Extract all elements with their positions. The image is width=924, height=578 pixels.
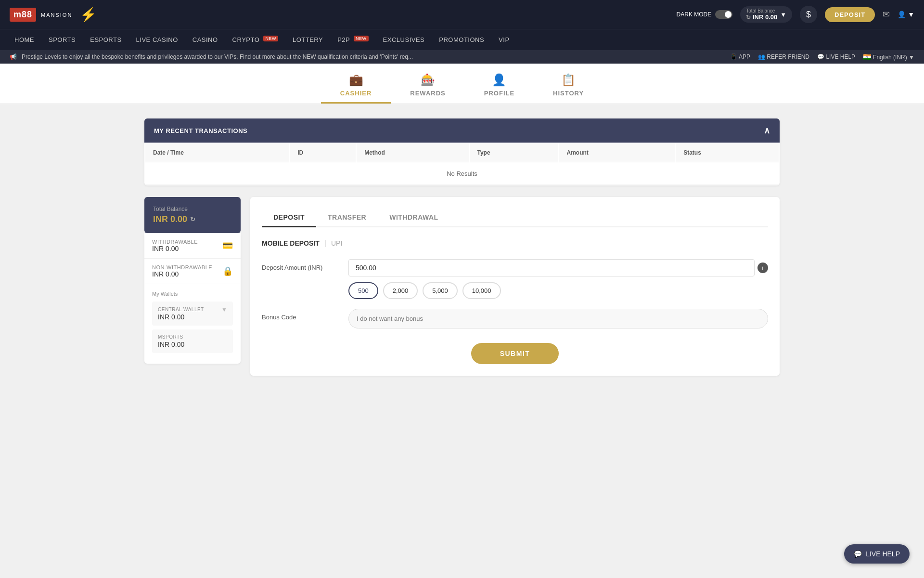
profile-icon: 👤 bbox=[492, 73, 506, 87]
live-help-button[interactable]: 💬 LIVE HELP bbox=[844, 544, 910, 564]
dark-mode-label: DARK MODE bbox=[677, 11, 712, 18]
method-separator: | bbox=[324, 239, 326, 248]
right-panel: DEPOSIT TRANSFER WITHDRAWAL MOBILE DEPOS… bbox=[250, 197, 780, 376]
transactions-table: Date / Time ID Method Type Amount Status… bbox=[144, 143, 780, 185]
nav-lottery[interactable]: LOTTERY bbox=[293, 36, 323, 43]
tab-cashier[interactable]: 💼 CASHIER bbox=[321, 68, 391, 104]
deposit-method: MOBILE DEPOSIT | UPI bbox=[262, 239, 768, 248]
logo-mansion: MANSION bbox=[41, 12, 72, 18]
central-wallet-amount: INR 0.00 bbox=[158, 313, 227, 321]
chevron-down-icon: ▼ bbox=[780, 11, 786, 18]
info-icon[interactable]: i bbox=[757, 263, 768, 273]
central-wallet-item[interactable]: CENTRAL WALLET ▼ INR 0.00 bbox=[152, 302, 233, 326]
bonus-input[interactable] bbox=[348, 309, 768, 328]
chat-icon: 💬 bbox=[854, 550, 862, 558]
wallets-section: My Wallets CENTRAL WALLET ▼ INR 0.00 MSP… bbox=[144, 284, 241, 364]
ticker-text-area: 📢 Prestige Levels to enjoy all the bespo… bbox=[10, 53, 413, 60]
bird-icon: ⚡ bbox=[80, 7, 97, 23]
live-help-label: LIVE HELP bbox=[866, 550, 900, 558]
bonus-label: Bonus Code bbox=[262, 309, 339, 321]
profile-label: PROFILE bbox=[484, 90, 514, 97]
withdrawable-row: WITHDRAWABLE INR 0.00 💳 bbox=[144, 233, 241, 259]
submit-button[interactable]: SUBMIT bbox=[471, 343, 559, 364]
balance-area[interactable]: Total Balance ↻ INR 0.00 ▼ bbox=[740, 6, 792, 23]
page-tabs: 💼 CASHIER 🎰 REWARDS 👤 PROFILE 📋 HISTORY bbox=[0, 64, 924, 104]
language-selector[interactable]: 🇮🇳 English (INR) ▼ bbox=[863, 53, 914, 61]
nav-casino[interactable]: CASINO bbox=[192, 36, 218, 43]
tab-deposit[interactable]: DEPOSIT bbox=[262, 209, 316, 227]
ticker-bar: 📢 Prestige Levels to enjoy all the bespo… bbox=[0, 50, 924, 64]
balance-info: Total Balance ↻ INR 0.00 bbox=[746, 8, 777, 21]
logo-area: m88 MANSION ⚡ bbox=[10, 7, 97, 23]
history-icon: 📋 bbox=[561, 73, 576, 87]
nav-vip[interactable]: VIP bbox=[499, 36, 509, 43]
ticker-actions: 📱 APP 👥 REFER FRIEND 💬 LIVE HELP 🇮🇳 Engl… bbox=[730, 53, 914, 61]
quick-10000[interactable]: 10,000 bbox=[462, 282, 501, 299]
wallets-title: My Wallets bbox=[152, 291, 233, 297]
non-withdrawable-row: NON-WITHDRAWABLE INR 0.00 🔒 bbox=[144, 259, 241, 284]
amount-form-right: i 500 2,000 5,000 10,000 bbox=[348, 259, 768, 299]
logo-m88: m88 bbox=[13, 10, 32, 19]
ticker-text: Prestige Levels to enjoy all the bespoke… bbox=[22, 53, 413, 60]
app-link[interactable]: 📱 APP bbox=[730, 53, 750, 60]
balance-label: Total Balance bbox=[746, 8, 777, 13]
method-sublabel: UPI bbox=[331, 239, 342, 247]
p2p-new-badge: NEW bbox=[354, 36, 369, 41]
balance-panel-amount: INR 0.00 ↻ bbox=[153, 214, 232, 224]
top-navigation: m88 MANSION ⚡ DARK MODE Total Balance ↻ … bbox=[0, 0, 924, 29]
dark-mode-toggle[interactable]: DARK MODE bbox=[677, 10, 733, 19]
nav-sports[interactable]: SPORTS bbox=[49, 36, 76, 43]
coin-button[interactable]: $ bbox=[800, 6, 817, 23]
tab-rewards[interactable]: 🎰 REWARDS bbox=[391, 68, 464, 104]
nav-home[interactable]: HOME bbox=[14, 36, 34, 43]
balance-refresh-icon[interactable]: ↻ bbox=[190, 216, 195, 223]
live-help-link[interactable]: 💬 LIVE HELP bbox=[817, 53, 855, 60]
amount-label: Deposit Amount (INR) bbox=[262, 259, 339, 271]
transactions-title: MY RECENT TRANSACTIONS bbox=[154, 127, 247, 134]
col-method: Method bbox=[357, 144, 468, 162]
nav-promotions[interactable]: PROMOTIONS bbox=[439, 36, 484, 43]
toggle-switch[interactable] bbox=[715, 10, 732, 19]
quick-5000[interactable]: 5,000 bbox=[423, 282, 458, 299]
balance-section: WITHDRAWABLE INR 0.00 💳 NON-WITHDRAWABLE… bbox=[144, 233, 241, 364]
quick-500[interactable]: 500 bbox=[348, 282, 378, 299]
flag-icon: 🇮🇳 bbox=[863, 53, 871, 61]
logo-box: m88 bbox=[10, 8, 36, 22]
tab-transfer[interactable]: TRANSFER bbox=[316, 209, 378, 227]
withdrawable-label: WITHDRAWABLE bbox=[152, 239, 198, 245]
quick-amounts: 500 2,000 5,000 10,000 bbox=[348, 282, 768, 299]
col-amount: Amount bbox=[559, 144, 675, 162]
msports-wallet-item[interactable]: MSPORTS INR 0.00 bbox=[152, 329, 233, 353]
balance-panel-label: Total Balance bbox=[153, 206, 232, 212]
refer-friend-link[interactable]: 👥 REFER FRIEND bbox=[758, 53, 809, 60]
withdrawable-amount: INR 0.00 bbox=[152, 245, 198, 252]
deposit-button[interactable]: DEPOSIT bbox=[825, 7, 875, 22]
amount-form-row: Deposit Amount (INR) i 500 2,000 5,000 1… bbox=[262, 259, 768, 299]
tab-profile[interactable]: 👤 PROFILE bbox=[465, 68, 534, 104]
amount-input[interactable] bbox=[348, 259, 755, 276]
rewards-label: REWARDS bbox=[410, 90, 445, 97]
crypto-new-badge: NEW bbox=[263, 36, 278, 41]
quick-2000[interactable]: 2,000 bbox=[383, 282, 418, 299]
withdrawable-icon: 💳 bbox=[222, 240, 233, 251]
main-navigation: HOME SPORTS ESPORTS LIVE CASINO CASINO C… bbox=[0, 29, 924, 50]
user-menu[interactable]: 👤 ▼ bbox=[898, 11, 914, 18]
non-withdrawable-amount: INR 0.00 bbox=[152, 270, 212, 278]
rewards-icon: 🎰 bbox=[421, 73, 435, 87]
nav-esports[interactable]: ESPORTS bbox=[90, 36, 121, 43]
nav-p2p[interactable]: P2P NEW bbox=[337, 36, 368, 43]
tab-withdrawal[interactable]: WITHDRAWAL bbox=[378, 209, 449, 227]
nav-crypto[interactable]: CRYPTO NEW bbox=[232, 36, 278, 43]
withdrawable-info: WITHDRAWABLE INR 0.00 bbox=[152, 239, 198, 252]
nav-exclusives[interactable]: EXCLUSIVES bbox=[383, 36, 425, 43]
transactions-panel: MY RECENT TRANSACTIONS ∧ Date / Time ID … bbox=[144, 118, 780, 185]
megaphone-icon: 📢 bbox=[10, 53, 17, 60]
collapse-icon[interactable]: ∧ bbox=[764, 125, 770, 136]
history-label: HISTORY bbox=[553, 90, 584, 97]
msports-label: MSPORTS bbox=[158, 334, 227, 340]
tab-history[interactable]: 📋 HISTORY bbox=[534, 68, 603, 104]
cashier-label: CASHIER bbox=[340, 90, 372, 97]
nav-live-casino[interactable]: LIVE CASINO bbox=[136, 36, 178, 43]
mail-icon[interactable]: ✉ bbox=[883, 9, 890, 20]
central-wallet-label: CENTRAL WALLET bbox=[158, 307, 204, 312]
